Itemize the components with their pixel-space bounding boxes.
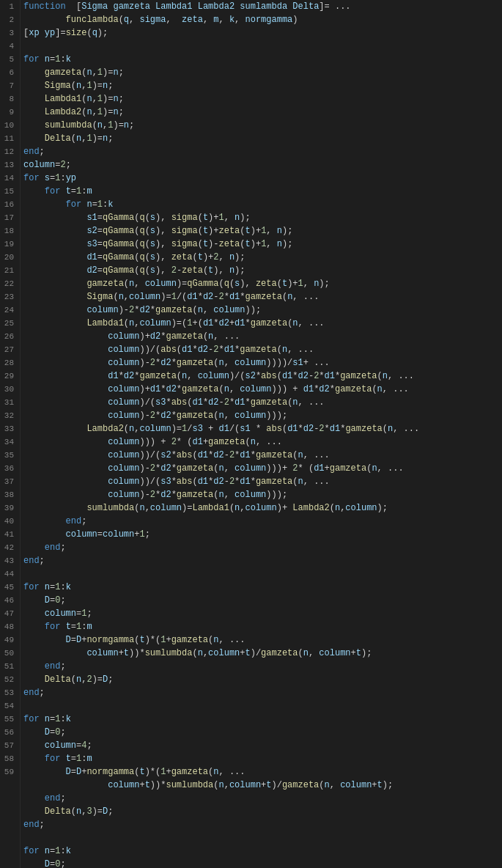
- line-number: 9: [3, 106, 14, 119]
- line-number: 58: [3, 752, 14, 765]
- line-number: 43: [3, 554, 14, 567]
- line-number: 51: [3, 660, 14, 673]
- line-number: 48: [3, 620, 14, 633]
- code-line: end;: [23, 686, 499, 699]
- line-number: 23: [3, 290, 14, 304]
- line-number: 54: [3, 699, 14, 713]
- code-line: Lambda1(n,1)=n;: [23, 92, 499, 106]
- code-line: D=D+normgamma(t)*(1+gamzeta(n, ...: [23, 765, 499, 779]
- code-line: column+t))*sumlumbda(n,column+t)/gamzeta…: [23, 647, 499, 660]
- line-number: 5: [3, 53, 14, 66]
- line-number: 15: [3, 185, 14, 198]
- code-line: s2=qGamma(q(s), sigma(t)+zeta(t)+1, n);: [23, 224, 499, 238]
- code-line: Sigma(n,column)=1/(d1*d2-2*d1*gamzeta(n,…: [23, 290, 499, 304]
- code-line: column)+d1*d2*gamzeta(n, column))) + d1*…: [23, 383, 499, 396]
- line-number: 53: [3, 686, 14, 699]
- line-number: 26: [3, 330, 14, 343]
- line-number: 41: [3, 528, 14, 541]
- code-line: end;: [23, 554, 499, 567]
- line-number: 39: [3, 501, 14, 515]
- code-line: [23, 567, 499, 581]
- code-line: end;: [23, 145, 499, 158]
- code-line: Sigma(n,1)=n;: [23, 79, 499, 92]
- line-number: 18: [3, 224, 14, 238]
- line-number: 6: [3, 66, 14, 79]
- line-number: 37: [3, 475, 14, 488]
- code-line: column=4;: [23, 739, 499, 752]
- line-number: 46: [3, 594, 14, 607]
- line-number: 13: [3, 158, 14, 172]
- code-line: end;: [23, 541, 499, 554]
- code-line: D=0;: [23, 594, 499, 607]
- code-line: column)+d2*gamzeta(n, ...: [23, 330, 499, 343]
- line-number: 45: [3, 581, 14, 594]
- code-line: s1=qGamma(q(s), sigma(t)+1, n);: [23, 211, 499, 224]
- code-line: for n=1:k: [23, 713, 499, 726]
- line-number: 4: [3, 40, 14, 53]
- code-line: Lambda2(n,1)=n;: [23, 106, 499, 119]
- code-line: for n=1:k: [23, 845, 499, 858]
- line-number: 34: [3, 435, 14, 449]
- code-line: function [Sigma gamzeta Lambda1 Lambda2 …: [23, 0, 499, 13]
- code-line: column))/(s3*abs(d1*d2-2*d1*gamzeta(n, .…: [23, 475, 499, 488]
- code-line: d1=qGamma(q(s), zeta(t)+2, n);: [23, 251, 499, 264]
- code-line: column))/(abs(d1*d2-2*d1*gamzeta(n, ...: [23, 343, 499, 356]
- code-line: d1*d2*gamzeta(n, column)/(s2*abs(d1*d2-2…: [23, 369, 499, 383]
- line-number: 38: [3, 488, 14, 501]
- line-number: 27: [3, 343, 14, 356]
- code-line: column)-2*d2*gamzeta(n, column)))+ 2* (d…: [23, 462, 499, 475]
- code-line: Delta(n,3)=D;: [23, 805, 499, 818]
- line-number: 30: [3, 383, 14, 396]
- code-line: [23, 831, 499, 845]
- line-number: 59: [3, 765, 14, 779]
- code-line: column=column+1;: [23, 528, 499, 541]
- line-number: 31: [3, 396, 14, 409]
- code-line: column)-2*d2*gamzeta(n, column))))/s1+ .…: [23, 356, 499, 369]
- line-number: 49: [3, 633, 14, 647]
- line-number: 7: [3, 79, 14, 92]
- code-line: Lambda1(n,column)=(1+(d1*d2+d1*gamzeta(n…: [23, 317, 499, 330]
- code-line: [xp yp]=size(q);: [23, 26, 499, 40]
- line-number: 29: [3, 369, 14, 383]
- line-number: 44: [3, 567, 14, 581]
- line-number: 57: [3, 739, 14, 752]
- line-number: 1: [3, 0, 14, 13]
- code-line: for t=1:m: [23, 752, 499, 765]
- code-line: D=0;: [23, 858, 499, 868]
- code-line: column+t))*sumlumbda(n,column+t)/gamzeta…: [23, 779, 499, 792]
- code-line: for t=1:m: [23, 185, 499, 198]
- line-number: 35: [3, 449, 14, 462]
- line-number: 55: [3, 713, 14, 726]
- code-line: for s=1:yp: [23, 172, 499, 185]
- code-line: end;: [23, 818, 499, 831]
- line-number: 20: [3, 251, 14, 264]
- code-line: gamzeta(n,1)=n;: [23, 66, 499, 79]
- code-line: end;: [23, 515, 499, 528]
- code-line: d2=qGamma(q(s), 2-zeta(t), n);: [23, 264, 499, 277]
- line-number: 10: [3, 119, 14, 132]
- line-number: 17: [3, 211, 14, 224]
- line-numbers: 1234567891011121314151617181920212223242…: [0, 0, 21, 868]
- code-content[interactable]: function [Sigma gamzeta Lambda1 Lambda2 …: [21, 0, 502, 868]
- code-line: column)-2*d2*gamzeta(n, column)));: [23, 409, 499, 422]
- line-number: 24: [3, 304, 14, 317]
- line-number: 14: [3, 172, 14, 185]
- line-number: 21: [3, 264, 14, 277]
- code-line: for n=1:k: [23, 581, 499, 594]
- line-number: 22: [3, 277, 14, 290]
- code-line: sumlumbda(n,1)=n;: [23, 119, 499, 132]
- line-number: 16: [3, 198, 14, 211]
- line-number: 19: [3, 238, 14, 251]
- code-line: D=0;: [23, 726, 499, 739]
- code-line: Delta(n,1)=n;: [23, 132, 499, 145]
- code-line: for n=1:k: [23, 198, 499, 211]
- code-line: column))/(s2*abs(d1*d2-2*d1*gamzeta(n, .…: [23, 449, 499, 462]
- line-number: 50: [3, 647, 14, 660]
- code-line: D=D+normgamma(t)*(1+gamzeta(n, ...: [23, 633, 499, 647]
- line-number: 32: [3, 409, 14, 422]
- line-number: 3: [3, 26, 14, 40]
- code-line: gamzeta(n, column)=qGamma(q(s), zeta(t)+…: [23, 277, 499, 290]
- line-number: 56: [3, 726, 14, 739]
- code-line: column)/(s3*abs(d1*d2-2*d1*gamzeta(n, ..…: [23, 396, 499, 409]
- code-line: column)-2*d2*gamzeta(n, column)));: [23, 488, 499, 501]
